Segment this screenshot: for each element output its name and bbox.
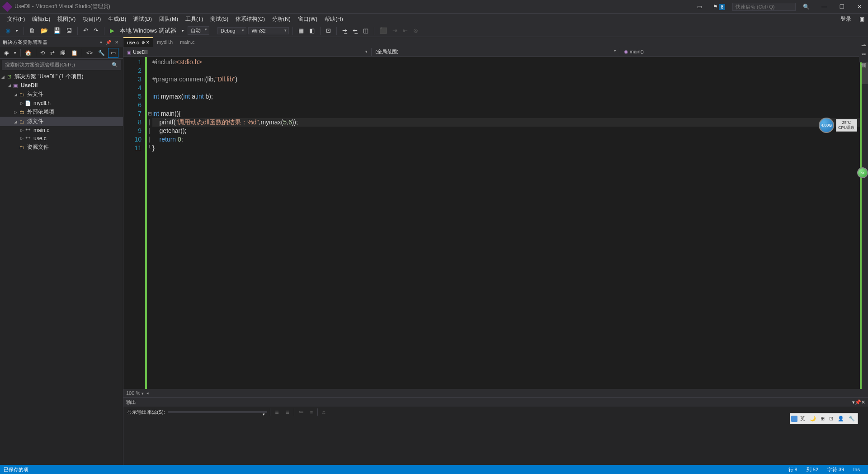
tab-use-c[interactable]: use.c ⊕✕ <box>123 37 153 47</box>
undo-icon[interactable]: ↶ <box>81 26 90 35</box>
ot-icon-5[interactable]: ⎌ <box>321 408 327 416</box>
maximize-button[interactable]: ❐ <box>835 2 849 12</box>
solution-search[interactable]: 搜索解决方案资源管理器(Ctrl+;) 🔍 <box>2 60 121 70</box>
st-refresh-icon[interactable]: ⟲ <box>38 48 47 57</box>
st-sync-icon[interactable]: ⇄ <box>48 48 57 57</box>
file-mydll-h[interactable]: ▷📄mydll.h <box>0 99 123 107</box>
back-button[interactable]: ◉ <box>4 26 12 35</box>
st-props-icon[interactable]: 🔧 <box>96 48 107 57</box>
search-icon[interactable]: 🔍 <box>799 2 813 12</box>
ot-icon-1[interactable]: ≣ <box>273 408 281 416</box>
tab-mydll-h[interactable]: mydll.h <box>153 37 176 47</box>
panel-dropdown-icon[interactable]: ▾ <box>98 39 104 46</box>
tb-icon-9[interactable]: ⊗ <box>411 26 420 35</box>
config-debug-dropdown[interactable]: Debug <box>217 27 246 34</box>
menu-view[interactable]: 视图(V) <box>54 14 79 25</box>
ime-icon-1[interactable]: ⊞ <box>819 415 826 422</box>
new-file-icon[interactable]: 🗎 <box>28 26 37 35</box>
signin-link[interactable]: 登录 <box>836 14 856 25</box>
minimize-button[interactable]: — <box>817 2 831 12</box>
file-main-c[interactable]: ▷⁺⁺main.c <box>0 126 123 134</box>
menu-tools[interactable]: 工具(T) <box>182 14 207 25</box>
vertical-scrollbar[interactable]: ↕ <box>862 57 868 389</box>
open-icon[interactable]: 📂 <box>39 26 50 35</box>
tb-icon-6[interactable]: ◫ <box>361 26 370 35</box>
menu-team[interactable]: 团队(M) <box>156 14 182 25</box>
tb-icon-7[interactable]: ⇥ <box>391 26 399 35</box>
solution-root[interactable]: ◢⊡解决方案 "UseDll" (1 个项目) <box>0 72 123 81</box>
quicklaunch-input[interactable] <box>732 3 796 11</box>
tb-icon-3[interactable]: ⊡ <box>324 26 333 35</box>
ime-icon-2[interactable]: ⊡ <box>827 415 835 422</box>
notifications-icon[interactable]: ⚑8 <box>709 2 729 12</box>
profile-icon[interactable]: ▣ <box>856 14 868 24</box>
tb-icon-5[interactable]: ←̲ <box>351 26 359 35</box>
nav-func[interactable]: ◉ main() <box>620 48 868 56</box>
green-widget[interactable]: 61 <box>857 167 868 178</box>
search-go-icon[interactable]: 🔍 <box>112 62 118 68</box>
save-icon[interactable]: 💾 <box>52 26 62 35</box>
ot-icon-3[interactable]: ≔ <box>297 408 306 416</box>
menu-debug[interactable]: 调试(D) <box>130 14 156 25</box>
ime-logo-icon[interactable] <box>791 416 797 422</box>
project-node[interactable]: ◢▣UseDll <box>0 81 123 90</box>
dock-toolbox[interactable]: 工具箱 <box>859 46 868 53</box>
ime-settings-icon[interactable]: 🔧 <box>847 415 857 422</box>
redo-icon[interactable]: ↷ <box>92 26 100 35</box>
output-close-icon[interactable]: ✕ <box>861 399 865 405</box>
menu-test[interactable]: 测试(S) <box>207 14 232 25</box>
menu-window[interactable]: 窗口(W) <box>294 14 321 25</box>
start-debug-button[interactable]: ▶ <box>108 26 116 35</box>
debug-dd[interactable]: ▾ <box>180 28 186 34</box>
output-pin-icon[interactable]: 📌 <box>855 399 861 405</box>
menu-arch[interactable]: 体系结构(C) <box>232 14 269 25</box>
dock-properties[interactable]: 属性 <box>859 55 868 62</box>
code-editor[interactable]: 1234567891011 ⊟│││└ #include<stdio.h> #p… <box>123 57 868 389</box>
st-dd[interactable]: ▾ <box>12 49 19 57</box>
file-use-c[interactable]: ▷⁺⁺use.c <box>0 134 123 142</box>
st-collapse-icon[interactable]: 📋 <box>69 48 80 57</box>
tab-main-c[interactable]: main.c <box>176 37 198 47</box>
debug-target-dropdown[interactable]: 本地 Windows 调试器 <box>118 26 178 36</box>
output-source-dropdown[interactable] <box>168 411 267 413</box>
dock-server-explorer[interactable]: 服务器资源管理器 <box>859 37 868 44</box>
cpu-widget[interactable]: 4.80G 25℃CPU温度 <box>819 118 857 133</box>
menu-file[interactable]: 文件(F) <box>4 14 28 25</box>
config-auto-dropdown[interactable]: 自动 <box>188 26 209 35</box>
save-all-icon[interactable]: 🖫 <box>64 26 74 35</box>
panel-pin-icon[interactable]: 📌 <box>104 39 113 46</box>
outline-column[interactable]: ⊟│││└ <box>147 57 152 389</box>
st-code-icon[interactable]: <> <box>84 48 95 57</box>
nav-project[interactable]: ▣UseDll <box>123 48 371 56</box>
bookmark-icon[interactable]: ⬛ <box>378 26 389 35</box>
feedback-icon[interactable]: ▭ <box>693 2 706 12</box>
st-showall-icon[interactable]: 🗐 <box>58 48 68 57</box>
external-folder[interactable]: ▷🗀外部依赖项 <box>0 107 123 117</box>
ot-icon-2[interactable]: ≣ <box>283 408 291 416</box>
tb-icon-4[interactable]: →̲ <box>340 26 349 35</box>
menu-build[interactable]: 生成(B) <box>104 14 130 25</box>
panel-close-icon[interactable]: ✕ <box>113 39 120 46</box>
headers-folder[interactable]: ◢🗀头文件 <box>0 90 123 99</box>
sources-folder[interactable]: ◢🗀源文件 <box>0 117 123 126</box>
code-text[interactable]: #include<stdio.h> #pragma comment(lib,"D… <box>152 57 860 389</box>
st-preview-icon[interactable]: ▭ <box>108 48 118 58</box>
back-dd[interactable]: ▾ <box>14 28 20 34</box>
tb-icon-2[interactable]: ◧ <box>307 26 316 35</box>
menu-edit[interactable]: 编辑(E) <box>28 14 54 25</box>
st-back-icon[interactable]: ◉ <box>2 48 11 57</box>
menu-project[interactable]: 项目(P) <box>79 14 104 25</box>
zoom-dropdown[interactable]: 100 % <box>126 390 144 396</box>
menu-analyze[interactable]: 分析(N) <box>269 14 294 25</box>
tb-icon-1[interactable]: ▦ <box>297 26 306 35</box>
nav-scope[interactable]: (全局范围) <box>372 47 619 56</box>
tab-close-icon[interactable]: ✕ <box>146 40 150 45</box>
output-body[interactable] <box>123 417 868 465</box>
resources-folder[interactable]: 🗀资源文件 <box>0 142 123 152</box>
ime-lang[interactable]: 英 <box>798 414 807 423</box>
ime-icon-3[interactable]: 👤 <box>836 415 846 422</box>
st-home-icon[interactable]: 🏠 <box>23 48 34 57</box>
config-platform-dropdown[interactable]: Win32 <box>248 27 288 34</box>
ot-icon-4[interactable]: ≡ <box>308 408 315 416</box>
ime-moon-icon[interactable]: 🌙 <box>808 415 818 422</box>
